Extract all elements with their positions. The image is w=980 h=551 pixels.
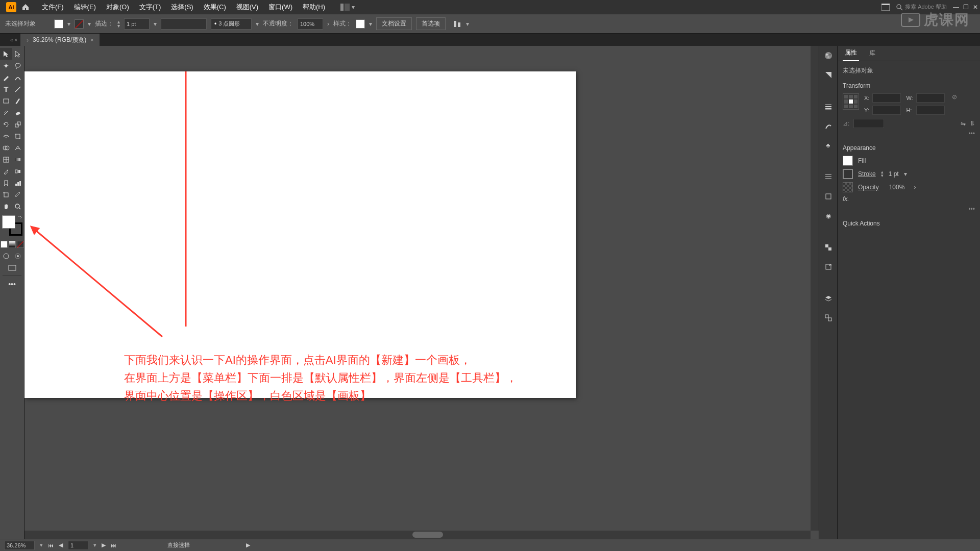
more-options-icon[interactable]: ••• xyxy=(843,206,975,213)
stepper-icon[interactable]: ▴▾ xyxy=(117,20,120,28)
gradient-tool[interactable] xyxy=(12,154,24,165)
paintbrush-tool[interactable] xyxy=(12,95,24,107)
screen-mode-icon[interactable] xyxy=(0,262,24,273)
first-artboard-icon[interactable]: ⏮ xyxy=(48,542,54,548)
stroke-swatch[interactable] xyxy=(75,19,84,29)
document-tab[interactable]: › 36.26% (RGB/预览) × xyxy=(20,34,100,46)
eraser-tool[interactable] xyxy=(12,107,24,118)
magic-wand-tool[interactable]: ✦ xyxy=(0,60,12,71)
align-panel-icon[interactable] xyxy=(823,171,834,183)
free-transform-tool[interactable] xyxy=(12,130,24,142)
fill-swatch-panel[interactable] xyxy=(843,156,853,166)
transform-w-input[interactable] xyxy=(916,93,945,103)
fill-swatch[interactable] xyxy=(54,19,63,29)
flip-h-icon[interactable]: ⇋ xyxy=(961,120,966,127)
reference-point[interactable] xyxy=(843,93,859,110)
artboards-panel-icon[interactable] xyxy=(823,312,834,323)
brushes-panel-icon[interactable] xyxy=(823,120,834,132)
swatches-panel-icon[interactable] xyxy=(823,69,834,81)
perspective-grid-tool[interactable] xyxy=(12,142,24,154)
canvas-area[interactable]: 下面我们来认识一下AI的操作界面，点击AI界面的【新建】一个画板， 在界面上方是… xyxy=(24,46,819,539)
fill-stroke-control[interactable] xyxy=(2,215,22,236)
menu-file[interactable]: 文件(F) xyxy=(37,1,69,14)
tab-close-icon[interactable]: × xyxy=(90,37,93,43)
preferences-button[interactable]: 首选项 xyxy=(416,17,446,30)
chevron-down-icon[interactable]: ▾ xyxy=(369,20,372,28)
link-wh-icon[interactable]: ⊘ xyxy=(952,93,957,101)
tab-libraries[interactable]: 库 xyxy=(867,46,877,61)
document-setup-button[interactable]: 文档设置 xyxy=(376,17,412,30)
prev-artboard-icon[interactable]: ◀ xyxy=(59,542,63,548)
rectangle-tool[interactable] xyxy=(0,95,12,107)
flip-v-icon[interactable]: ⥮ xyxy=(970,120,975,127)
transform-panel-icon[interactable] xyxy=(823,191,834,202)
last-artboard-icon[interactable]: ⏭ xyxy=(111,542,116,548)
chevron-down-icon[interactable]: ▾ xyxy=(256,20,259,28)
stepper-icon[interactable]: ▴▾ xyxy=(881,170,884,178)
edit-toolbar-icon[interactable]: ••• xyxy=(0,278,24,290)
line-tool[interactable] xyxy=(12,83,24,95)
maximize-icon[interactable]: ❐ xyxy=(963,4,969,11)
color-mode-none[interactable] xyxy=(17,241,24,248)
tab-close-inactive[interactable]: « × xyxy=(10,37,17,43)
asset-export-icon[interactable] xyxy=(823,261,834,272)
shape-builder-tool[interactable] xyxy=(0,142,12,154)
artboard-nav-input[interactable] xyxy=(68,541,88,550)
slice-tool[interactable] xyxy=(12,189,24,201)
blend-tool[interactable] xyxy=(12,165,24,177)
tab-properties[interactable]: 属性 xyxy=(843,45,859,61)
stroke-weight-input[interactable] xyxy=(124,18,150,30)
transparency-panel-icon[interactable] xyxy=(823,242,834,253)
hand-tool[interactable] xyxy=(0,201,12,212)
appearance-panel-icon[interactable]: ◉ xyxy=(823,210,834,221)
scale-tool[interactable] xyxy=(12,118,24,130)
scrollbar-vertical[interactable] xyxy=(811,46,819,531)
eyedropper-tool[interactable] xyxy=(0,165,12,177)
opacity-expand-icon[interactable]: › xyxy=(327,20,329,28)
draw-mode-behind[interactable] xyxy=(12,250,24,262)
menu-object[interactable]: 对象(O) xyxy=(101,1,134,14)
brush-select[interactable]: •3 点圆形 xyxy=(211,18,252,30)
menu-view[interactable]: 视图(V) xyxy=(231,1,263,14)
shaper-tool[interactable] xyxy=(0,107,12,118)
menu-select[interactable]: 选择(S) xyxy=(166,1,198,14)
direct-selection-tool[interactable] xyxy=(12,48,24,60)
next-artboard-icon[interactable]: ▶ xyxy=(102,542,106,548)
rotate-tool[interactable] xyxy=(0,118,12,130)
selection-tool[interactable] xyxy=(0,48,12,60)
symbols-panel-icon[interactable]: ♣ xyxy=(823,140,834,151)
zoom-input[interactable] xyxy=(4,541,35,550)
align-icon[interactable] xyxy=(453,19,462,29)
search-box[interactable]: 搜索 Adobe 帮助 xyxy=(896,3,947,11)
transform-x-input[interactable] xyxy=(872,93,901,103)
pen-tool[interactable] xyxy=(0,71,12,83)
menu-effect[interactable]: 效果(C) xyxy=(199,1,231,14)
transform-y-input[interactable] xyxy=(872,106,901,115)
menu-help[interactable]: 帮助(H) xyxy=(298,1,330,14)
opacity-swatch-panel[interactable] xyxy=(843,182,853,192)
artboard-tool[interactable] xyxy=(0,189,12,201)
type-tool[interactable]: T xyxy=(0,83,12,95)
workspace-switcher[interactable]: ▾ xyxy=(340,4,355,11)
lasso-tool[interactable] xyxy=(12,60,24,71)
menu-edit[interactable]: 编辑(E) xyxy=(69,1,101,14)
color-mode-gradient[interactable] xyxy=(9,241,16,248)
var-width-profile[interactable] xyxy=(161,18,207,30)
chevron-down-icon[interactable]: ▾ xyxy=(154,20,157,28)
more-options-icon[interactable]: ••• xyxy=(843,130,975,137)
transform-h-input[interactable] xyxy=(916,106,945,115)
menu-type[interactable]: 文字(T) xyxy=(134,1,166,14)
close-icon[interactable]: ✕ xyxy=(973,4,978,11)
minimize-icon[interactable]: — xyxy=(953,4,959,11)
chevron-down-icon[interactable]: ▾ xyxy=(67,20,70,28)
width-tool[interactable] xyxy=(0,130,12,142)
chevron-down-icon[interactable]: ▾ xyxy=(88,20,91,28)
symbol-sprayer-tool[interactable] xyxy=(0,177,12,189)
layers-panel-icon[interactable] xyxy=(823,293,834,304)
mesh-tool[interactable] xyxy=(0,154,12,165)
draw-mode-normal[interactable] xyxy=(0,250,12,262)
zoom-tool[interactable] xyxy=(12,201,24,212)
curvature-tool[interactable] xyxy=(12,71,24,83)
color-mode-solid[interactable] xyxy=(1,241,8,248)
fx-label[interactable]: fx. xyxy=(843,195,849,203)
